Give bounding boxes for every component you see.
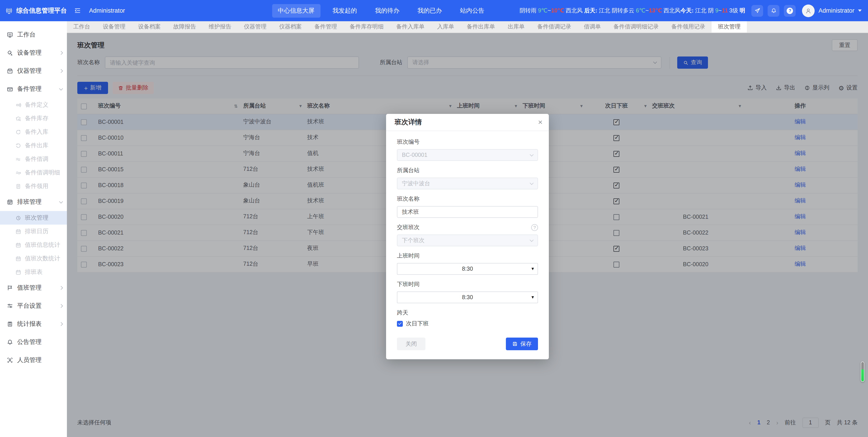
tab-spare-mgmt[interactable]: 备件管理 (308, 21, 343, 33)
sidebar-item-statistics-reports[interactable]: 统计报表 (0, 315, 67, 333)
sidebar-item-spare-stock[interactable]: 备件库存 (0, 112, 67, 125)
notifications-button[interactable] (768, 5, 780, 17)
clock-icon (16, 215, 21, 221)
topbar-icon-group: ? (752, 5, 796, 17)
sidebar-item-spare-outbound[interactable]: 备件出库 (0, 139, 67, 152)
tab-spare-outbound-order[interactable]: 备件出库单 (460, 21, 501, 33)
close-button[interactable]: 关闭 (397, 338, 426, 350)
tab-outbound-order[interactable]: 出库单 (501, 21, 531, 33)
sidebar-item-schedule-calendar[interactable]: 排班日历 (0, 225, 67, 238)
weather-temp-low: 9℃ (538, 7, 548, 13)
start-time-select[interactable]: 8:30 ▼ (397, 263, 538, 275)
user-menu[interactable]: Administrator (802, 4, 868, 17)
sidebar-item-spare-loan[interactable]: 备件借调 (0, 152, 67, 166)
sidebar-item-shift-mgmt[interactable]: 班次管理 (0, 211, 67, 225)
tab-loan-order[interactable]: 借调单 (578, 21, 607, 33)
nav-item-todo[interactable]: 我的待办 (369, 4, 405, 18)
warehouse-search-icon (16, 116, 21, 121)
weather-ticker: 阴转雨 9℃~10℃ 西北风 后天: 江北 阴转多云 6℃~13℃ 西北风今天:… (490, 0, 750, 21)
weather-text: 阴转雨 (520, 7, 538, 13)
sidebar-item-spare-inbound[interactable]: 备件入库 (0, 125, 67, 139)
sidebar-item-device-mgmt[interactable]: 设备管理 (0, 44, 67, 62)
sidebar-item-spare-receive[interactable]: 备件领用 (0, 179, 67, 193)
bell-icon (7, 339, 13, 345)
hand-share-icon (16, 156, 21, 162)
tab-inbound-order[interactable]: 入库单 (431, 21, 460, 33)
logo: 综合信息管理平台 (0, 5, 67, 16)
monitor-icon (7, 32, 13, 38)
sidebar-item-instrument-mgmt[interactable]: 仪器管理 (0, 62, 67, 80)
document-icon (16, 183, 21, 189)
sidebar-collapse-icon[interactable] (74, 7, 81, 14)
content-area: 工作台 设备管理 设备档案 故障报告 维护报告 仪器管理 仪器档案 备件管理 备… (67, 21, 868, 437)
shift-mgmt-page: 班次管理 重置 班次名称 所属台站 请选择 (67, 33, 868, 437)
sidebar-item-duty-mgmt[interactable]: 值班管理 (0, 279, 67, 297)
breadcrumb: Administrator (89, 7, 125, 14)
sidebar-item-duty-count-stats[interactable]: 值班次数统计 (0, 252, 67, 265)
start-time-label: 上班时间 (397, 252, 420, 260)
handover-label: 交班班次 (397, 224, 420, 231)
nav-item-announcements[interactable]: 站内公告 (454, 4, 490, 18)
sidebar-item-schedule-table[interactable]: 排班表 (0, 265, 67, 279)
tab-bar: 工作台 设备管理 设备档案 故障报告 维护报告 仪器管理 仪器档案 备件管理 备… (67, 21, 868, 33)
coil-icon (16, 102, 21, 108)
sidebar-item-spare-loan-detail[interactable]: 备件借调明细 (0, 166, 67, 179)
topbar: 综合信息管理平台 Administrator 中心信息大屏 我发起的 我的待办 … (0, 0, 868, 21)
tab-workbench[interactable]: 工作台 (67, 21, 96, 33)
chevron-down-icon (530, 153, 534, 156)
rotate-in-icon (16, 129, 21, 135)
tab-loan-detail-record[interactable]: 备件借调明细记录 (607, 21, 665, 33)
weather-day-label: 今天: (680, 7, 695, 13)
sidebar-item-scheduling-mgmt[interactable]: 排班管理 (0, 193, 67, 211)
next-day-off-label: 次日下班 (406, 320, 429, 327)
nav-item-initiated[interactable]: 我发起的 (327, 4, 363, 18)
tab-device-archive[interactable]: 设备档案 (132, 21, 167, 33)
help-icon[interactable]: ? (531, 224, 538, 231)
sidebar-item-workbench[interactable]: 工作台 (0, 26, 67, 44)
tab-spare-inbound-order[interactable]: 备件入库单 (390, 21, 431, 33)
next-day-off-checkbox[interactable] (397, 321, 403, 327)
end-time-label: 下班时间 (397, 281, 420, 288)
sidebar-item-platform-settings[interactable]: 平台设置 (0, 297, 67, 315)
tab-fault-report[interactable]: 故障报告 (167, 21, 202, 33)
shift-code-select[interactable]: BC-00001 (397, 149, 538, 161)
tab-device-mgmt[interactable]: 设备管理 (96, 21, 132, 33)
tab-receive-record[interactable]: 备件领用记录 (665, 21, 712, 33)
weather-temp-low: 6℃ (636, 7, 645, 13)
chevron-right-icon (59, 322, 63, 326)
calendar-icon (16, 228, 21, 234)
nav-item-done[interactable]: 我的已办 (412, 4, 448, 18)
station-select[interactable]: 宁波中波台 (397, 178, 538, 189)
save-button[interactable]: 保存 (506, 338, 538, 350)
shift-detail-modal: 班次详情 × 班次编号 BC-00001 所属台站 (386, 114, 549, 359)
tab-maintenance-report[interactable]: 维护报告 (202, 21, 238, 33)
clipboard-icon (7, 321, 13, 327)
hand-share-icon (16, 170, 21, 176)
weather-temp-high: 13℃ (649, 7, 662, 13)
weather-temp-high: 10℃ (551, 7, 564, 13)
end-time-select[interactable]: 8:30 ▼ (397, 291, 538, 303)
sidebar-item-personnel-mgmt[interactable]: 人员管理 (0, 351, 67, 369)
sidebar-item-spare-definition[interactable]: 备件定义 (0, 98, 67, 112)
tab-shift-mgmt[interactable]: 班次管理 (712, 21, 747, 33)
close-icon[interactable]: × (538, 118, 542, 126)
shift-name-input[interactable] (397, 206, 538, 218)
sidebar-item-duty-info-stats[interactable]: 值班信息统计 (0, 238, 67, 252)
top-nav: 中心信息大屏 我发起的 我的待办 我的已办 站内公告 (272, 4, 490, 18)
sidebar-item-spare-parts-mgmt[interactable]: 备件管理 (0, 80, 67, 98)
chevron-down-icon (59, 87, 63, 90)
tab-spare-stock-detail[interactable]: 备件库存明细 (343, 21, 390, 33)
tab-loan-record[interactable]: 备件借调记录 (531, 21, 578, 33)
chevron-right-icon (59, 69, 63, 73)
rotate-out-icon (16, 143, 21, 149)
handover-select[interactable]: 下个班次 (397, 235, 538, 246)
tab-instrument-archive[interactable]: 仪器档案 (273, 21, 308, 33)
tab-instrument-mgmt[interactable]: 仪器管理 (238, 21, 273, 33)
satellite-dish-icon (7, 50, 13, 56)
nav-item-dashboard[interactable]: 中心信息大屏 (272, 4, 320, 18)
chevron-right-icon (59, 304, 63, 308)
bell-icon (771, 8, 777, 13)
help-button[interactable]: ? (784, 5, 796, 17)
send-button[interactable] (752, 5, 763, 17)
sidebar-item-announcement-mgmt[interactable]: 公告管理 (0, 333, 67, 351)
